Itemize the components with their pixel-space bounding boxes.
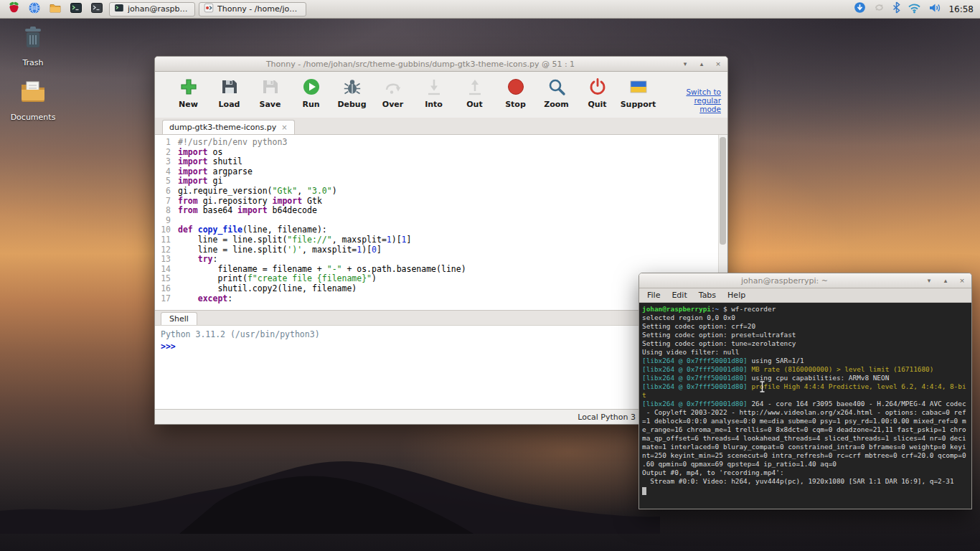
globe-icon [28,1,41,17]
close-icon[interactable]: × [958,277,966,284]
system-tray: 16:58 [854,1,975,17]
terminal-menubar: File Edit Tabs Help [639,288,971,303]
sync-arrows-icon[interactable] [873,1,885,17]
code-line: 12 line = line.split(')', maxsplit=1)[0] [155,245,727,255]
run-button[interactable]: Run [293,76,329,109]
maximize-icon[interactable]: ▴ [941,277,950,284]
minimize-icon[interactable]: ▾ [925,277,933,284]
thonny-titlebar[interactable]: Thonny - /home/johan/src/theme-gubbins/d… [155,57,727,72]
raspberry-icon [7,1,21,17]
terminal-output[interactable]: johan@raspberrypi:~ $ wf-recorderselecte… [639,303,971,509]
taskbar-window-thonny[interactable]: Thonny - /home/joha.. [199,2,306,17]
rocks-silhouette [0,426,660,534]
terminal-line: t [642,391,969,400]
menu-tabs[interactable]: Tabs [694,289,721,301]
step-over-button[interactable]: Over [375,76,410,109]
interpreter-status[interactable]: Local Python 3 [578,413,636,422]
task-label: johan@raspberrypi: ~ [128,4,190,14]
tool-label: Run [302,100,319,109]
tool-label: Support [621,100,656,109]
load-button[interactable]: Load [212,76,247,109]
step-over-icon [382,76,404,98]
terminal-icon-gray [90,1,103,17]
terminal-line: Setting codec option: tune=zerolatency [642,339,969,348]
trash-icon [17,22,49,56]
terminal-launcher[interactable] [67,1,85,17]
terminal-titlebar[interactable]: johan@raspberrypi: ~ ▾ ▴ × [639,273,971,288]
minimize-icon[interactable]: ▾ [681,60,689,67]
tool-label: Debug [337,100,366,109]
file-manager-launcher[interactable] [47,1,64,17]
code-line: 2import os [155,148,727,158]
debug-button[interactable]: Debug [334,76,369,109]
switch-to-regular-mode-link[interactable]: Switch to regular mode [679,88,721,113]
code-line: 8from base64 import b64decode [155,206,727,216]
desktop-icon-label: Documents [11,113,56,122]
support-button[interactable]: Support [621,76,656,109]
tool-label: Over [382,100,403,109]
terminal-line: mate=1 interlaced=0 bluray_compat=0 cons… [642,443,969,451]
code-line: 3import shutil [155,157,727,167]
documents-folder-icon [17,76,49,110]
wifi-icon[interactable] [908,2,921,17]
quit-button[interactable]: Quit [580,76,615,109]
editor-tab-bar: dump-gtk3-theme-icons.py × [155,118,727,135]
terminal-line: [libx264 @ 0x7fff50001d80] MB rate (8160… [642,365,969,374]
scrollbar-thumb[interactable] [720,137,726,245]
zoom-button[interactable]: Zoom [539,76,574,109]
folder-icon [49,1,62,17]
desktop-icon-label: Trash [22,58,43,67]
thonny-toolbar: New Load Save Run [155,72,727,118]
clock[interactable]: 16:58 [948,4,975,14]
terminal-window: johan@raspberrypi: ~ ▾ ▴ × File Edit Tab… [639,273,972,509]
stop-button[interactable]: Stop [498,76,533,109]
terminal-line: Setting codec option: preset=ultrafast [642,331,969,339]
tool-label: Out [466,100,482,109]
terminal-line: [libx264 @ 0x7fff50001d80] using cpu cap… [642,374,969,382]
step-out-button[interactable]: Out [457,76,492,109]
tool-label: Save [260,100,281,109]
code-line: 10def copy_file(line, filename): [155,225,727,235]
terminal-line: - Copyleft 2003-2022 - http://www.videol… [642,408,969,417]
close-icon[interactable]: × [714,60,722,67]
magnifier-icon [546,76,567,98]
step-into-button[interactable]: Into [416,76,451,109]
terminal-line: Output #0, mp4, to 'recording.mp4': [642,468,969,477]
terminal-line: .60 qpmin=0 qpmax=69 qpstep=4 ip_ratio=1… [642,460,969,468]
terminal-line: Setting codec option: crf=20 [642,322,969,331]
update-notifier-icon[interactable] [854,1,866,17]
desktop-icon-documents[interactable]: Documents [6,76,60,122]
window-controls: ▾ ▴ × [925,277,966,284]
run-icon [301,76,322,98]
save-file-icon [260,76,281,98]
tab-shell[interactable]: Shell [161,312,197,325]
code-line: 7from gi.repository import Gtk [155,197,727,207]
terminal-line: Stream #0:0: Video: h264, yuv444p(pc), 1… [642,477,969,486]
task-label: Thonny - /home/joha.. [217,4,301,14]
desktop-icon-trash[interactable]: Trash [6,22,60,67]
bluetooth-icon[interactable] [892,1,900,17]
save-button[interactable]: Save [253,76,288,109]
window-title: johan@raspberrypi: ~ [644,276,925,286]
tab-dump-gtk3-theme-icons[interactable]: dump-gtk3-theme-icons.py × [162,120,295,134]
menu-help[interactable]: Help [722,289,750,301]
raspberry-menu-button[interactable] [5,1,22,17]
tab-close-icon[interactable]: × [281,123,287,131]
taskbar: johan@raspberrypi: ~ Thonny - /home/joha… [0,0,980,19]
tool-label: Stop [505,100,526,109]
menu-edit[interactable]: Edit [666,289,692,301]
window-controls: ▾ ▴ × [681,60,722,67]
tool-label: Zoom [544,100,569,109]
volume-icon[interactable] [928,2,941,17]
tab-label: dump-gtk3-theme-icons.py [169,123,276,132]
taskbar-window-terminal[interactable]: johan@raspberrypi: ~ [109,2,195,17]
code-line: 1#!/usr/bin/env python3 [155,138,727,148]
power-icon [587,76,608,98]
debug-bug-icon [341,76,363,98]
menu-file[interactable]: File [642,289,665,301]
maximize-icon[interactable]: ▴ [697,60,706,67]
web-browser-launcher[interactable] [26,1,43,17]
new-button[interactable]: New [171,76,206,109]
stop-icon [505,76,527,98]
terminal-launcher-2[interactable] [88,1,105,17]
